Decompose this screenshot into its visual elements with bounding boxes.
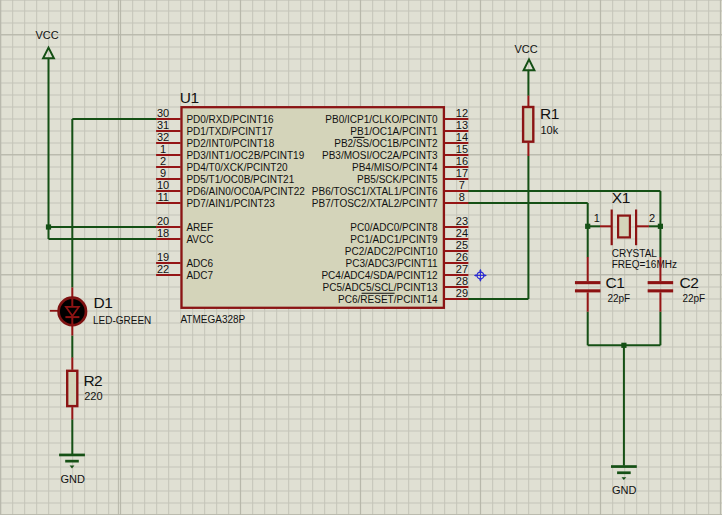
svg-text:PD7/AIN1/PCINT23: PD7/AIN1/PCINT23 [186,198,275,209]
svg-text:22pF: 22pF [682,293,705,304]
svg-text:LED-GREEN: LED-GREEN [93,315,151,326]
svg-text:12: 12 [456,107,468,119]
svg-text:PB3/MOSI/OC2A/PCINT3: PB3/MOSI/OC2A/PCINT3 [322,150,438,161]
svg-text:26: 26 [456,251,468,263]
svg-text:PC5/ADC5/SCL/PCINT13: PC5/ADC5/SCL/PCINT13 [323,282,438,293]
svg-text:ADC6: ADC6 [186,258,213,269]
svg-text:23: 23 [456,215,468,227]
svg-text:1: 1 [160,143,166,155]
svg-text:AREF: AREF [186,222,213,233]
svg-text:GND: GND [61,473,86,485]
svg-text:PB4/MISO/PCINT4: PB4/MISO/PCINT4 [352,162,438,173]
svg-text:C1: C1 [606,274,625,291]
svg-text:13: 13 [456,119,468,131]
svg-text:27: 27 [456,263,468,275]
svg-text:PB2/SS/OC1B/PCINT2: PB2/SS/OC1B/PCINT2 [334,138,438,149]
svg-text:PB0/ICP1/CLKO/PCINT0: PB0/ICP1/CLKO/PCINT0 [325,114,438,125]
svg-text:FREQ=16MHz: FREQ=16MHz [612,259,677,270]
svg-text:19: 19 [157,251,169,263]
svg-text:2: 2 [160,155,166,167]
svg-text:22pF: 22pF [607,293,630,304]
svg-text:7: 7 [459,179,465,191]
svg-text:1: 1 [594,212,600,224]
svg-text:ATMEGA328P: ATMEGA328P [180,314,245,325]
svg-text:C2: C2 [680,274,699,291]
svg-text:AVCC: AVCC [186,234,213,245]
svg-text:CRYSTAL: CRYSTAL [612,248,658,259]
svg-text:9: 9 [160,167,166,179]
svg-text:PB1/OC1A/PCINT1: PB1/OC1A/PCINT1 [350,126,438,137]
svg-text:PC3/ADC3/PCINT11: PC3/ADC3/PCINT11 [346,258,439,269]
svg-text:R2: R2 [83,372,102,389]
svg-text:20: 20 [157,215,169,227]
svg-text:32: 32 [157,131,169,143]
svg-text:18: 18 [157,227,169,239]
svg-text:8: 8 [459,191,465,203]
svg-text:31: 31 [157,119,169,131]
svg-text:15: 15 [456,143,468,155]
svg-text:PD2/INT0/PCINT18: PD2/INT0/PCINT18 [186,138,274,149]
svg-text:R1: R1 [540,105,559,122]
svg-text:D1: D1 [94,294,113,311]
svg-text:25: 25 [456,239,468,251]
svg-text:X1: X1 [612,189,630,206]
svg-text:PC2/ADC2/PCINT10: PC2/ADC2/PCINT10 [345,246,438,257]
svg-text:PC6/RESET/PCINT14: PC6/RESET/PCINT14 [338,294,438,305]
svg-text:29: 29 [456,287,468,299]
svg-text:PD4/T0/XCK/PCINT20: PD4/T0/XCK/PCINT20 [186,162,288,173]
svg-text:220: 220 [84,390,102,402]
svg-text:ADC7: ADC7 [186,270,213,281]
svg-text:2: 2 [649,212,655,224]
svg-text:10: 10 [157,179,169,191]
svg-text:17: 17 [456,167,468,179]
svg-text:PC4/ADC4/SDA/PCINT12: PC4/ADC4/SDA/PCINT12 [321,270,438,281]
svg-text:30: 30 [157,107,169,119]
svg-text:VCC: VCC [514,43,537,55]
svg-text:GND: GND [612,484,637,496]
svg-text:PD6/AIN0/OC0A/PCINT22: PD6/AIN0/OC0A/PCINT22 [186,186,305,197]
svg-text:VCC: VCC [35,29,58,41]
svg-text:PD3/INT1/OC2B/PCINT19: PD3/INT1/OC2B/PCINT19 [186,150,304,161]
svg-text:PD0/RXD/PCINT16: PD0/RXD/PCINT16 [186,114,274,125]
svg-text:PB7/TOSC2/XTAL2/PCINT7: PB7/TOSC2/XTAL2/PCINT7 [312,198,438,209]
svg-text:U1: U1 [180,89,199,106]
svg-text:16: 16 [456,155,468,167]
svg-text:PC0/ADC0/PCINT8: PC0/ADC0/PCINT8 [350,222,438,233]
svg-text:PB5/SCK/PCINT5: PB5/SCK/PCINT5 [357,174,438,185]
svg-text:PD5/T1/OC0B/PCINT21: PD5/T1/OC0B/PCINT21 [186,174,294,185]
svg-text:11: 11 [157,191,168,203]
svg-text:22: 22 [157,263,169,275]
svg-text:PC1/ADC1/PCINT9: PC1/ADC1/PCINT9 [350,234,438,245]
svg-text:PB6/TOSC1/XTAL1/PCINT6: PB6/TOSC1/XTAL1/PCINT6 [312,186,438,197]
svg-text:10k: 10k [540,124,558,136]
svg-text:PD1/TXD/PCINT17: PD1/TXD/PCINT17 [186,126,273,137]
svg-text:24: 24 [456,227,468,239]
svg-text:14: 14 [456,131,468,143]
svg-text:28: 28 [456,275,468,287]
